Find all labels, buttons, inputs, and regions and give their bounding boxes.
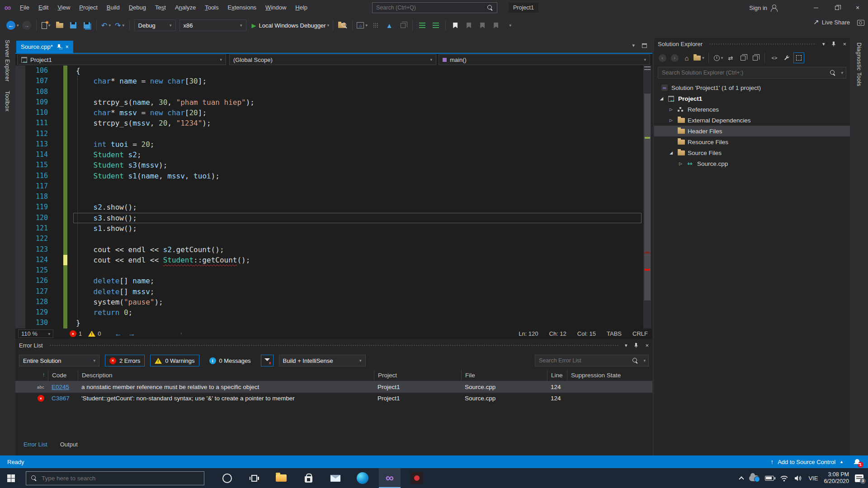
show-hidden-icons-chevron[interactable] [739, 476, 744, 481]
bottom-tab-output[interactable]: Output [55, 439, 83, 450]
next-bookmark-button[interactable] [476, 19, 488, 32]
notifications-bell-icon[interactable]: 1 [854, 459, 861, 465]
sign-in-button[interactable]: Sign in [749, 0, 778, 15]
error-list-search-box[interactable]: ▾ [535, 355, 649, 366]
collapse-all-button[interactable] [737, 52, 748, 63]
close-tab-icon[interactable]: × [66, 44, 69, 50]
menu-project[interactable]: Project [75, 0, 102, 15]
microsoft-store-icon[interactable] [297, 468, 319, 488]
cortana-button[interactable] [216, 468, 238, 488]
filter-button[interactable] [261, 355, 274, 366]
start-debugging-button[interactable]: ▶ Local Windows Debugger ▾ [252, 19, 330, 32]
properties-wrench-button[interactable] [781, 52, 792, 63]
warning-count-icon[interactable] [88, 331, 95, 337]
code-line-106[interactable]: 106{ [15, 66, 652, 76]
switch-views-button[interactable]: ▾ [693, 52, 704, 63]
project-column-header[interactable]: Project [374, 370, 461, 381]
collapsed-arrow-icon[interactable]: ▷ [670, 107, 678, 112]
tree-item-project1[interactable]: ◢Project1 [654, 93, 850, 104]
mail-icon[interactable] [325, 468, 346, 488]
taskbar-search-input[interactable] [42, 475, 199, 482]
volume-icon[interactable] [794, 475, 802, 482]
window-position-dropdown-icon[interactable]: ▾ [822, 41, 825, 47]
select-pointer-icon[interactable]: ▲ [383, 19, 395, 32]
errors-filter-button[interactable]: × 2 Errors [105, 355, 145, 366]
language-indicator[interactable]: VIE [808, 475, 818, 482]
pin-icon[interactable] [831, 41, 836, 47]
line-column-header[interactable]: Line [547, 370, 567, 381]
app-icon-red[interactable] [406, 468, 428, 488]
menu-extensions[interactable]: Extensions [223, 0, 261, 15]
code-line-122[interactable]: 122 [15, 234, 652, 244]
show-all-files-button[interactable] [793, 52, 804, 63]
error-code-link[interactable]: E0245 [48, 384, 78, 390]
nav-member-dropdown[interactable]: main() ▾ [439, 54, 650, 65]
onedrive-sync-icon[interactable] [749, 475, 759, 481]
code-line-107[interactable]: 107 char* name = new char[30]; [15, 76, 652, 86]
edge-browser-icon[interactable] [352, 468, 373, 488]
active-files-dropdown-icon[interactable]: ▾ [632, 42, 635, 48]
diagnostic-tools-tab[interactable]: Diagnostic Tools [852, 38, 866, 91]
solution-explorer-search-input[interactable] [658, 70, 830, 76]
sync-with-active-document-button[interactable]: ⌂▾ [356, 19, 368, 32]
error-list-title-bar[interactable]: Error List ▾ × [15, 339, 652, 352]
suppression-column-header[interactable]: Suppression State [567, 370, 652, 381]
solution-explorer-search-box[interactable]: ▾ [658, 67, 846, 79]
solution-configuration-dropdown[interactable]: Debug▾ [134, 19, 176, 31]
bottom-tab-error-list[interactable]: Error List [18, 439, 53, 450]
copy-document-button[interactable] [397, 19, 409, 32]
tree-item-resource-files[interactable]: Resource Files [654, 136, 850, 147]
source-filter-dropdown[interactable]: Build + IntelliSense ▾ [279, 355, 366, 366]
code-line-114[interactable]: 114 Student s2; [15, 150, 652, 160]
quick-search-input[interactable] [373, 5, 487, 11]
start-button[interactable] [0, 468, 22, 488]
minimize-button[interactable] [806, 0, 826, 15]
code-line-115[interactable]: 115 Student s3(mssv); [15, 160, 652, 170]
code-editor[interactable]: 106{107 char* name = new char[30];108109… [15, 66, 652, 328]
close-button[interactable]: × [847, 0, 868, 15]
description-column-header[interactable]: Description [78, 370, 374, 381]
taskbar-search-box[interactable] [26, 471, 204, 485]
save-button[interactable] [67, 19, 79, 32]
code-line-125[interactable]: 125 [15, 265, 652, 276]
breakpoints-grid-icon[interactable] [370, 19, 382, 32]
vertical-scrollbar[interactable] [643, 66, 651, 328]
menu-build[interactable]: Build [102, 0, 124, 15]
collapsed-arrow-icon[interactable]: ▷ [670, 118, 678, 122]
restore-button[interactable] [826, 0, 847, 15]
solution-platform-dropdown[interactable]: x86▾ [179, 19, 246, 31]
toolbox-tab[interactable]: Toolbox [0, 86, 14, 116]
code-line-118[interactable]: 118 [15, 192, 652, 202]
tree-item-header-files[interactable]: Header Files [654, 126, 850, 136]
forward-button[interactable]: › [669, 52, 680, 63]
menu-view[interactable]: View [53, 0, 75, 15]
sync-with-active-document-button[interactable]: ⇄ [725, 52, 736, 63]
wifi-icon[interactable] [780, 475, 788, 482]
visual-studio-taskbar-icon[interactable]: ∞ [379, 468, 401, 488]
tree-item-external-dependencies[interactable]: ▷External Dependencies [654, 115, 850, 126]
server-explorer-tab[interactable]: Server Explorer [0, 35, 14, 86]
find-in-files-button[interactable] [337, 19, 349, 32]
error-count-icon[interactable]: × [70, 330, 76, 337]
home-button[interactable]: ⌂ [681, 52, 692, 63]
expanded-arrow-icon[interactable]: ◢ [670, 150, 678, 155]
action-center-icon[interactable]: 3 [855, 474, 863, 482]
back-button[interactable]: ‹ [657, 52, 668, 63]
menu-edit[interactable]: Edit [34, 0, 53, 15]
code-line-108[interactable]: 108 [15, 87, 652, 97]
menu-help[interactable]: Help [291, 0, 312, 15]
error-row-C3867[interactable]: ×C3867'Student::getCount': non-standard … [15, 393, 652, 404]
open-file-button[interactable] [54, 19, 66, 32]
nav-scope-dropdown[interactable]: (Global Scope) ▾ [229, 54, 436, 65]
code-line-119[interactable]: 119 s2.show(); [15, 202, 652, 212]
navigate-forward-arrow-icon[interactable]: → [128, 330, 135, 338]
toggle-bookmark-button[interactable] [449, 19, 461, 32]
tree-item-solution-project1-1-of-1-project[interactable]: ∞Solution 'Project1' (1 of 1 project) [654, 82, 850, 93]
tab-source-cpp[interactable]: Source.cpp* × [16, 41, 73, 53]
nav-project-dropdown[interactable]: Project1 ▾ [17, 54, 226, 65]
file-column-header[interactable]: File [461, 370, 547, 381]
zoom-dropdown[interactable]: 110 % ▾ [18, 329, 53, 338]
tree-item-source-files[interactable]: ◢Source Files [654, 147, 850, 158]
code-line-129[interactable]: 129 return 0; [15, 307, 652, 318]
code-line-117[interactable]: 117 [15, 181, 652, 192]
